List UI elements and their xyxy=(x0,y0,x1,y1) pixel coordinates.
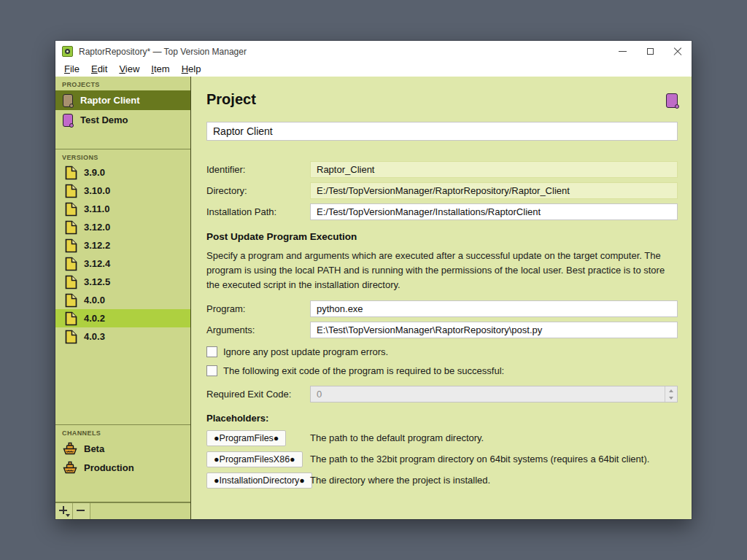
version-item[interactable]: 4.0.0 xyxy=(55,291,190,309)
program-input[interactable] xyxy=(310,300,678,317)
projects-section-header: PROJECTS xyxy=(55,77,190,90)
version-item[interactable]: 3.9.0 xyxy=(55,163,190,182)
sidebar-toolbar xyxy=(55,502,190,519)
version-item[interactable]: 3.12.5 xyxy=(55,273,190,291)
version-item-label: 4.0.0 xyxy=(84,295,105,306)
exit-code-required-checkbox[interactable] xyxy=(206,365,217,376)
placeholder-button[interactable]: ●ProgramFilesX86● xyxy=(206,451,303,467)
close-button[interactable] xyxy=(664,41,692,62)
identifier-field xyxy=(310,161,678,178)
window-controls xyxy=(608,41,692,62)
version-file-icon xyxy=(65,202,77,217)
version-item-label: 3.9.0 xyxy=(84,167,105,178)
version-item-label: 3.12.2 xyxy=(84,240,110,251)
project-panel: Project Identifier: Directory: Installat… xyxy=(191,77,692,519)
add-item-button[interactable] xyxy=(55,503,73,519)
placeholders-list: ●ProgramFiles● The path to the default p… xyxy=(206,430,678,489)
project-name-input[interactable] xyxy=(206,122,678,141)
menu-help[interactable]: Help xyxy=(176,62,207,77)
channel-item-label: Production xyxy=(84,462,134,473)
version-file-icon xyxy=(65,257,77,271)
version-item-label: 3.12.0 xyxy=(84,222,110,233)
installation-path-row: Installation Path: xyxy=(206,203,678,220)
version-item[interactable]: 3.12.4 xyxy=(55,254,190,273)
project-item-label: Test Demo xyxy=(80,114,128,125)
arguments-input[interactable] xyxy=(310,322,678,338)
placeholder-row: ●ProgramFilesX86● The path to the 32bit … xyxy=(206,451,678,467)
directory-row: Directory: xyxy=(206,182,678,199)
version-item[interactable]: 3.12.2 xyxy=(55,236,190,254)
version-item[interactable]: 3.11.0 xyxy=(55,200,190,218)
version-item-label: 3.12.4 xyxy=(84,258,110,269)
channels-section: CHANNELS Beta Production xyxy=(55,425,190,502)
version-item-label: 3.11.0 xyxy=(84,203,109,214)
version-item-label: 3.12.5 xyxy=(84,276,110,287)
identifier-label: Identifier: xyxy=(206,164,310,175)
menu-file[interactable]: File xyxy=(58,62,85,77)
version-item-label: 4.0.3 xyxy=(84,331,105,342)
placeholder-row: ●InstallationDirectory● The directory wh… xyxy=(206,472,678,489)
placeholder-button[interactable]: ●ProgramFiles● xyxy=(206,430,286,446)
project-item[interactable]: Test Demo xyxy=(55,110,190,130)
exit-code-required-row: The following exit code of the program i… xyxy=(206,365,678,376)
identifier-row: Identifier: xyxy=(206,161,678,178)
projects-section: PROJECTS Raptor Client Test Demo xyxy=(55,77,190,149)
close-icon xyxy=(673,47,682,56)
project-icon xyxy=(63,94,73,107)
ignore-errors-label: Ignore any post update program errors. xyxy=(223,346,388,357)
maximize-button[interactable] xyxy=(636,41,664,62)
channel-item[interactable]: Beta xyxy=(55,439,190,458)
version-item[interactable]: 3.12.0 xyxy=(55,218,190,236)
project-type-icon xyxy=(666,93,678,108)
remove-item-button[interactable] xyxy=(73,503,90,519)
version-file-icon xyxy=(65,166,77,180)
ship-icon xyxy=(63,442,77,456)
titlebar: RaptorRepository* — Top Version Manager xyxy=(55,41,692,62)
channel-item[interactable]: Production xyxy=(55,458,190,477)
menu-edit[interactable]: Edit xyxy=(85,62,113,77)
required-exit-code-row: Required Exit Code: xyxy=(206,386,678,402)
ignore-errors-row: Ignore any post update program errors. xyxy=(206,346,678,357)
required-exit-code-input xyxy=(311,386,665,402)
version-file-icon xyxy=(65,293,77,308)
version-item[interactable]: 4.0.3 xyxy=(55,327,190,346)
menubar: FileEditViewItemHelp xyxy=(55,62,692,77)
placeholder-description: The path to the 32bit program directory … xyxy=(310,451,649,467)
ship-icon xyxy=(63,461,77,475)
version-item[interactable]: 4.0.2 xyxy=(55,309,190,327)
minimize-icon xyxy=(619,51,627,52)
directory-label: Directory: xyxy=(206,185,310,196)
channel-item-label: Beta xyxy=(84,443,104,454)
version-file-icon xyxy=(65,330,77,344)
version-file-icon xyxy=(65,238,77,253)
spin-up-icon xyxy=(665,386,677,394)
spinner-buttons xyxy=(665,386,677,402)
required-exit-code-label: Required Exit Code: xyxy=(206,389,310,400)
channels-list: Beta Production xyxy=(55,439,190,477)
placeholder-description: The directory where the project is insta… xyxy=(310,472,490,489)
project-item-label: Raptor Client xyxy=(80,95,140,106)
version-file-icon xyxy=(65,275,77,289)
versions-section: VERSIONS 3.9.0 3.10.0 3.11.0 3.12.0 3.1 xyxy=(55,149,190,425)
version-item[interactable]: 3.10.0 xyxy=(55,182,190,200)
placeholder-button[interactable]: ●InstallationDirectory● xyxy=(206,472,312,489)
maximize-icon xyxy=(647,48,654,55)
app-logo-icon xyxy=(62,46,73,57)
menu-view[interactable]: View xyxy=(113,62,145,77)
projects-list: Raptor Client Test Demo xyxy=(55,90,190,130)
versions-section-header: VERSIONS xyxy=(55,149,190,163)
minimize-button[interactable] xyxy=(608,41,636,62)
version-file-icon xyxy=(65,220,77,235)
installation-path-input[interactable] xyxy=(310,203,678,220)
post-update-description: Specify a program and arguments which ar… xyxy=(206,249,678,292)
ignore-errors-checkbox[interactable] xyxy=(206,346,217,357)
program-label: Program: xyxy=(206,303,310,314)
placeholder-row: ●ProgramFiles● The path to the default p… xyxy=(206,430,678,446)
sidebar: PROJECTS Raptor Client Test Demo VERSION… xyxy=(55,77,191,519)
menu-item[interactable]: Item xyxy=(145,62,175,77)
window-title: RaptorRepository* — Top Version Manager xyxy=(79,47,247,57)
required-exit-code-spinbox xyxy=(310,386,678,402)
version-file-icon xyxy=(65,184,77,198)
arguments-label: Arguments: xyxy=(206,324,310,335)
project-item[interactable]: Raptor Client xyxy=(55,90,190,110)
